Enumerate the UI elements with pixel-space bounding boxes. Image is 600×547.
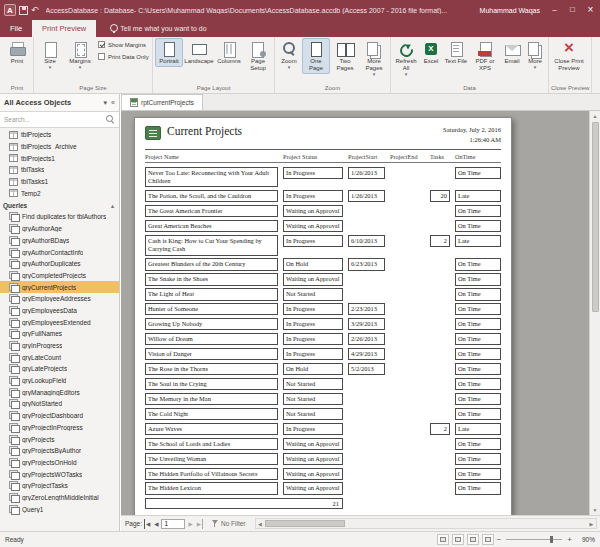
nav-item-tblprojects[interactable]: tblProjects (0, 129, 119, 141)
more-pages-button[interactable]: More Pages ▾ (360, 38, 388, 79)
nav-item-qryprojectswotasks[interactable]: qryProjectsWOTasks (0, 468, 119, 480)
print-data-only-checkbox[interactable]: Print Data Only (98, 53, 148, 60)
nav-group-header[interactable]: Queries▴ (0, 199, 119, 211)
nav-item-qrynotstarted[interactable]: qryNotStarted (0, 398, 119, 410)
nav-item-qryauthorduplicates[interactable]: qryAuthorDuplicates (0, 258, 119, 270)
nav-item-qryauthorage[interactable]: qryAuthorAge (0, 223, 119, 235)
close-print-preview-button[interactable]: Close Print Preview (551, 38, 587, 74)
scroll-right-icon[interactable]: ▶ (587, 521, 596, 527)
show-margins-checkbox[interactable]: Show Margins (98, 41, 148, 48)
more-button[interactable]: More ▾ (524, 38, 546, 72)
ribbon-tab-bar: File Print Preview Tell me what you want… (0, 20, 600, 37)
tab-rptcurrentprojects[interactable]: rptCurrentProjects (121, 94, 203, 110)
layout-view-button[interactable] (467, 534, 479, 545)
design-view-button[interactable] (482, 534, 494, 545)
nav-item-qryemployeeaddresses[interactable]: qryEmployeeAddresses (0, 293, 119, 305)
print-preview-view-button[interactable] (452, 534, 464, 545)
horizontal-scrollbar-thumb[interactable] (265, 520, 345, 527)
user-name: Muhammad Waqas (480, 7, 540, 14)
next-page-button[interactable]: ▶ (187, 519, 193, 529)
nav-item-qryprojectdashboard[interactable]: qryProjectDashboard (0, 410, 119, 422)
undo-icon[interactable]: ↶ (31, 5, 39, 15)
search-input[interactable] (4, 116, 106, 123)
minimize-button[interactable]: – (547, 0, 562, 20)
report-view-button[interactable] (437, 534, 449, 545)
scroll-up-icon[interactable]: ▲ (593, 111, 598, 121)
portrait-button[interactable]: Portrait (155, 38, 183, 67)
tell-me-box[interactable]: Tell me what you want to do (110, 20, 206, 37)
search-icon[interactable] (106, 115, 115, 124)
tab-print-preview[interactable]: Print Preview (32, 20, 96, 37)
horizontal-scrollbar[interactable]: ◀ ▶ (255, 518, 598, 529)
restore-button[interactable]: □ (565, 0, 580, 20)
current-page-input[interactable] (161, 519, 185, 529)
cell-ontime: On Time (455, 348, 501, 360)
query-icon (9, 388, 19, 397)
nav-item-qryemployeesextended[interactable]: qryEmployeesExtended (0, 316, 119, 328)
nav-item-qrycompletedprojects[interactable]: qryCompletedProjects (0, 270, 119, 282)
nav-item-qryinprogress[interactable]: qryInProgress (0, 340, 119, 352)
nav-item-find-duplicates-for-tblauthors[interactable]: Find duplicates for tblAuthors (0, 211, 119, 223)
print-preview-area[interactable]: Current Projects Saturday, July 2, 2016 … (121, 111, 600, 515)
report-page[interactable]: Current Projects Saturday, July 2, 2016 … (134, 117, 512, 515)
save-icon[interactable] (19, 6, 28, 15)
zoom-out-button[interactable]: − (497, 535, 502, 545)
nav-item-qrylateprojects[interactable]: qryLateProjects (0, 363, 119, 375)
shutter-collapse-icon[interactable]: « (111, 99, 115, 106)
columns-button[interactable]: Columns (215, 38, 243, 67)
nav-item-qryauthorcontactinfo[interactable]: qryAuthorContactInfo (0, 246, 119, 258)
nav-pane-header[interactable]: All Access Objects ▾ « (0, 94, 119, 112)
nav-item-qrymanagingeditors[interactable]: qryManagingEditors (0, 386, 119, 398)
vertical-scrollbar-thumb[interactable] (592, 122, 599, 312)
nav-item-qrycurrentprojects[interactable]: qryCurrentProjects (0, 281, 119, 293)
nav-item-qrylookupfield[interactable]: qryLookupField (0, 375, 119, 387)
nav-item-tblprojects_archive[interactable]: tblProjects_Archive (0, 141, 119, 153)
refresh-all-button[interactable]: Refresh All ▾ (393, 38, 419, 79)
margins-button[interactable]: Margins ▾ (65, 38, 95, 72)
nav-item-qryemployeesdata[interactable]: qryEmployeesData (0, 305, 119, 317)
page-setup-button[interactable]: Page Setup (244, 38, 272, 74)
nav-item-qryprojecttasks[interactable]: qryProjectTasks (0, 480, 119, 492)
two-pages-button[interactable]: Two Pages (331, 38, 359, 74)
last-page-button[interactable]: ▶ (196, 519, 203, 529)
cell-name: Great American Beaches (145, 220, 283, 232)
nav-item-tblprojects1[interactable]: tblProjects1 (0, 152, 119, 164)
nav-item-qryfullnames[interactable]: qryFullNames (0, 328, 119, 340)
size-button[interactable]: Size ▾ (36, 38, 64, 72)
nav-item-qryauthorbdays[interactable]: qryAuthorBDays (0, 235, 119, 247)
nav-item-qryprojectinprogress[interactable]: qryProjectInProgress (0, 422, 119, 434)
nav-item-qryprojects[interactable]: qryProjects (0, 433, 119, 445)
cell-ontime: On Time (455, 482, 501, 494)
scroll-down-icon[interactable]: ▼ (593, 505, 598, 515)
tab-file[interactable]: File (0, 20, 32, 37)
excel-button[interactable]: Excel (420, 38, 442, 67)
nav-item-tbltasks1[interactable]: tblTasks1 (0, 176, 119, 188)
previous-page-button[interactable]: ◀ (153, 519, 159, 529)
nav-item-qrylatecount[interactable]: qryLateCount (0, 351, 119, 363)
chevron-down-icon[interactable]: ▾ (104, 99, 108, 107)
nav-item-qryprojectsonhold[interactable]: qryProjectsOnHold (0, 457, 119, 469)
scroll-left-icon[interactable]: ◀ (256, 521, 265, 527)
query-icon (9, 271, 19, 280)
pdf-or-xps-button[interactable]: PDF or XPS (470, 38, 500, 74)
zoom-slider[interactable] (506, 539, 562, 540)
nav-item-qryprojectsbyauthor[interactable]: qryProjectsByAuthor (0, 445, 119, 457)
first-page-button[interactable]: ◀ (144, 519, 151, 529)
zoom-slider-thumb[interactable] (550, 536, 553, 543)
text-file-button[interactable]: Text File (443, 38, 469, 67)
zoom-in-button[interactable]: + (567, 535, 572, 545)
one-page-button[interactable]: One Page (302, 38, 330, 74)
cell-value: On Time (455, 273, 501, 285)
cell-status: In Progress (283, 190, 348, 202)
landscape-button[interactable]: Landscape (184, 38, 214, 67)
nav-item-tbltasks[interactable]: tblTasks (0, 164, 119, 176)
cell-name: Cash is King: How to Cut Your Spending b… (145, 235, 283, 256)
nav-item-temp2[interactable]: Temp2 (0, 187, 119, 199)
zoom-button[interactable]: Zoom ▾ (277, 38, 301, 72)
vertical-scrollbar[interactable]: ▲ ▼ (589, 111, 600, 515)
close-button[interactable]: × (583, 0, 598, 20)
nav-item-query1[interactable]: Query1 (0, 503, 119, 515)
print-button[interactable]: Print (3, 38, 31, 67)
nav-item-qryzerolengthmiddleinitial[interactable]: qryZeroLengthMiddleInitial (0, 492, 119, 504)
email-button[interactable]: Email (501, 38, 523, 67)
